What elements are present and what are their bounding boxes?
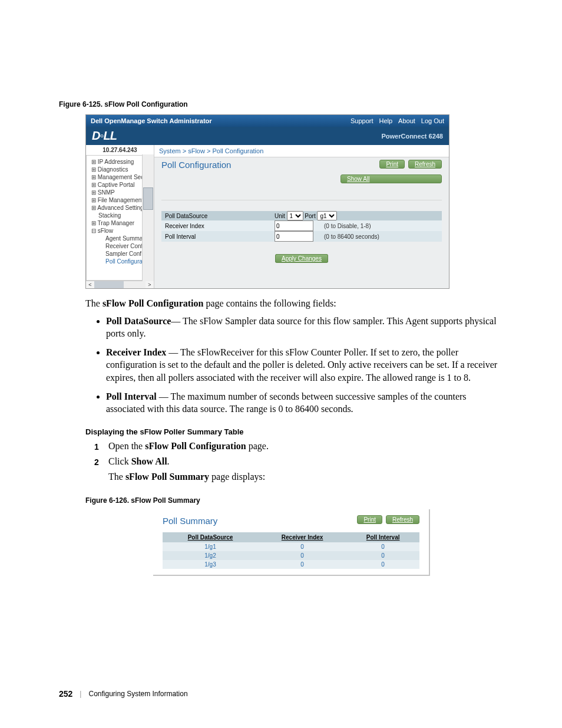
rx-label: Receiver Index	[161, 222, 275, 230]
screenshot-poll-summary: Poll Summary Print Refresh Poll DataSour…	[153, 509, 430, 576]
section-heading: Displaying the sFlow Poller Summary Tabl…	[85, 427, 503, 436]
port-label: Port	[305, 213, 315, 219]
unit-select[interactable]: 1	[287, 211, 303, 220]
print-button-2[interactable]: Print	[357, 515, 382, 524]
step-result: The sFlow Poll Summary page displays:	[108, 472, 503, 482]
rx-input[interactable]	[275, 220, 313, 231]
ds-label: Poll DataSource	[161, 212, 275, 220]
pi-label: Poll Interval	[161, 232, 275, 241]
unit-label: Unit	[275, 213, 285, 219]
col-ds[interactable]: Poll DataSource	[163, 532, 258, 542]
screenshot-poll-config: Dell OpenManage Switch Administrator Sup…	[85, 114, 449, 289]
scroll-right-icon[interactable]: >	[146, 281, 154, 288]
col-rx[interactable]: Receiver Index	[258, 532, 346, 542]
pi-hint: (0 to 86400 seconds)	[324, 233, 379, 240]
product-name: PowerConnect 6248	[381, 133, 443, 140]
breadcrumb: System > sFlow > Poll Configuration	[154, 145, 449, 157]
chapter-title: Configuring System Information	[88, 690, 187, 698]
pi-input[interactable]	[275, 231, 313, 242]
hscrollbar[interactable]: < >	[86, 281, 154, 288]
figure-caption-125: Figure 6-125. sFlow Poll Configuration	[59, 100, 503, 108]
about-link[interactable]: About	[398, 117, 415, 124]
sidebar: 10.27.64.243 ⊞ IP Addressing ⊞ Diagnosti…	[86, 145, 154, 288]
summary-table: Poll DataSource Receiver Index Poll Inte…	[163, 532, 419, 569]
app-topbar: Dell OpenManage Switch Administrator Sup…	[86, 115, 449, 127]
support-link[interactable]: Support	[351, 117, 373, 124]
scroll-left-icon[interactable]: <	[86, 281, 94, 288]
show-all-button[interactable]: Show All	[340, 174, 442, 183]
logout-link[interactable]: Log Out	[421, 117, 444, 124]
summary-title: Poll Summary	[163, 516, 217, 526]
vscrollbar[interactable]	[142, 156, 154, 281]
apply-button[interactable]: Apply Changes	[275, 254, 328, 263]
dell-logo: D◦LL	[92, 129, 117, 143]
help-link[interactable]: Help	[379, 117, 392, 124]
intro-text: The sFlow Poll Configuration page contai…	[85, 297, 503, 310]
refresh-button-2[interactable]: Refresh	[386, 515, 419, 524]
nav-tree[interactable]: ⊞ IP Addressing ⊞ Diagnostics ⊞ Manageme…	[86, 156, 154, 281]
page-title: Poll Configuration	[161, 160, 231, 170]
app-title: Dell OpenManage Switch Administrator	[91, 117, 212, 124]
steps: Open the sFlow Poll Configuration page. …	[94, 441, 503, 467]
brand-bar: D◦LL PowerConnect 6248	[86, 127, 449, 145]
table-row: 1/g200	[163, 551, 419, 560]
table-row: 1/g300	[163, 560, 419, 569]
page-number: 252	[59, 689, 72, 699]
page-footer: 252 | Configuring System Information	[59, 689, 188, 699]
field-list: Poll DataSource— The sFlow Sampler data …	[94, 315, 503, 416]
rx-hint: (0 to Disable, 1-8)	[324, 223, 371, 229]
table-row: 1/g100	[163, 542, 419, 551]
col-pi[interactable]: Poll Interval	[346, 532, 419, 542]
port-select[interactable]: g1	[317, 211, 337, 220]
figure-caption-126: Figure 6-126. sFlow Poll Summary	[85, 496, 503, 505]
refresh-button[interactable]: Refresh	[408, 160, 442, 169]
print-button[interactable]: Print	[379, 160, 405, 169]
